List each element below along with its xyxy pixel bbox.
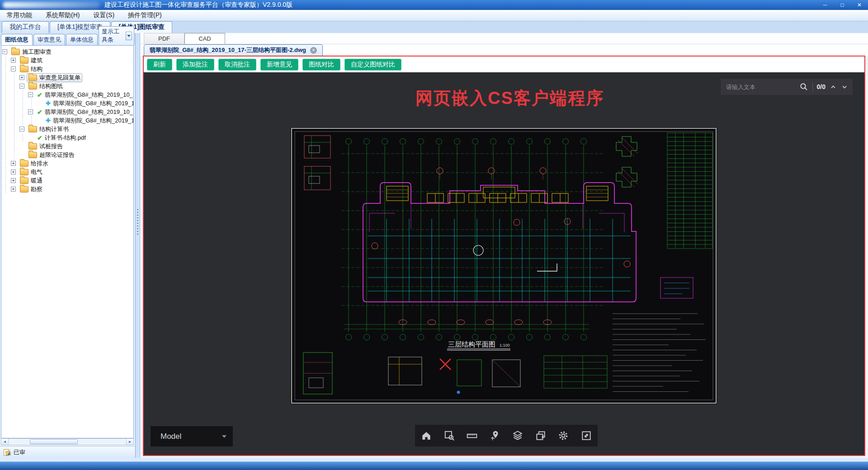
next-match-icon[interactable] xyxy=(841,84,848,90)
tree-node[interactable]: 试桩报告 xyxy=(1,142,133,150)
tree-node[interactable]: +审查意见回复单 xyxy=(1,73,133,82)
tree-guide xyxy=(10,99,19,108)
scroll-left-arrow[interactable]: ◄ xyxy=(1,439,9,445)
tree-expander[interactable]: + xyxy=(11,161,16,166)
cad-canvas[interactable]: 网页嵌入CS客户端程序 0/0 三层结构平面图1:100 xyxy=(144,72,864,455)
tree-node-content[interactable]: 试桩报告 xyxy=(27,142,65,151)
close-button[interactable]: ✕ xyxy=(851,0,868,10)
viewer-action-button[interactable]: 刷新 xyxy=(147,59,172,70)
tree-expander[interactable]: + xyxy=(11,169,16,174)
panel-splitter[interactable] xyxy=(136,33,140,458)
tree-expander[interactable]: + xyxy=(11,58,16,63)
tree-node-content[interactable]: 勘察 xyxy=(18,185,44,194)
settings-gear-button[interactable] xyxy=(556,428,571,443)
maximize-button[interactable]: □ xyxy=(834,0,851,10)
tree-node-content[interactable]: ✚翡翠湖别院_G8#_结构_2019_10_1 xyxy=(44,116,134,125)
viewer-action-button[interactable]: 添加批注 xyxy=(176,59,214,70)
viewports-button[interactable] xyxy=(533,428,548,443)
home-button[interactable] xyxy=(419,428,434,443)
tree-node-content[interactable]: 建筑 xyxy=(18,56,44,65)
model-selector[interactable]: Model xyxy=(151,426,233,446)
panel-tab[interactable]: 审查意见 xyxy=(33,34,65,45)
tree-node[interactable]: +给排水 xyxy=(1,159,133,168)
panel-tab[interactable]: 图纸信息 xyxy=(1,34,33,45)
tree-node-content[interactable]: ✔翡翠湖别院_G8#_结构_2019_10_17-三 xyxy=(35,108,134,117)
viewer-action-button[interactable]: 自定义图纸对比 xyxy=(344,59,401,70)
folder-icon xyxy=(20,66,28,72)
tree-expander[interactable]: − xyxy=(2,49,7,54)
tree-node[interactable]: −✔翡翠湖别院_G8#_结构_2019_10_17-三 xyxy=(1,90,133,99)
main-tab[interactable]: 我的工作台 xyxy=(2,21,49,33)
tree-node[interactable]: +暖通 xyxy=(1,176,133,185)
tree-node[interactable]: ✔计算书-结构.pdf xyxy=(1,133,133,142)
tree-node-content[interactable]: 暖通 xyxy=(18,176,44,185)
tree-node[interactable]: +建筑 xyxy=(1,56,133,65)
toolbar-dropdown[interactable] xyxy=(126,32,132,40)
tree-node[interactable]: −✔翡翠湖别院_G8#_结构_2019_10_17-三 xyxy=(1,108,133,116)
tree-node-content[interactable]: 施工图审查 xyxy=(9,47,53,56)
tree-node-content[interactable]: ✚翡翠湖别院_G8#_结构_2019_10_1 xyxy=(44,99,134,108)
tree-expander[interactable]: + xyxy=(11,187,16,192)
tree-label: 电气 xyxy=(31,168,42,176)
menu-item[interactable]: 设置(S) xyxy=(86,11,121,19)
format-tab-pdf[interactable]: PDF xyxy=(144,33,184,44)
scroll-right-arrow[interactable]: ► xyxy=(126,439,133,445)
tree-node-content[interactable]: ✔计算书-结构.pdf xyxy=(35,133,88,142)
tree-node-content[interactable]: 结构 xyxy=(18,65,44,74)
tree-node[interactable]: ✚翡翠湖别院_G8#_结构_2019_10_1 xyxy=(1,116,133,125)
previous-match-icon[interactable] xyxy=(830,84,837,90)
tree-expander[interactable]: − xyxy=(28,109,33,114)
tree-node[interactable]: −结构图纸 xyxy=(1,82,133,90)
tree-node-content[interactable]: 电气 xyxy=(18,168,44,177)
tree-node[interactable]: 超限论证报告 xyxy=(1,150,133,159)
viewer-action-button[interactable]: 图纸对比 xyxy=(302,59,340,70)
scrollbar-thumb[interactable] xyxy=(30,439,78,444)
tree-node[interactable]: −结构计算书 xyxy=(1,125,133,133)
menu-item[interactable]: 常用功能 xyxy=(0,11,39,19)
tree-expander[interactable]: − xyxy=(11,66,16,71)
tree-node-content[interactable]: 审查意见回复单 xyxy=(27,73,82,82)
measure-ruler-button[interactable] xyxy=(464,428,480,443)
tree-node[interactable]: +电气 xyxy=(1,168,133,176)
tree-node-content[interactable]: 给排水 xyxy=(18,159,50,168)
minimize-button[interactable]: ─ xyxy=(816,0,834,10)
menu-bar: 常用功能系统帮助(H)设置(S)插件管理(P) xyxy=(0,10,868,21)
tree-expander[interactable]: − xyxy=(19,84,24,89)
horizontal-scrollbar[interactable]: ◄ ► xyxy=(1,438,134,445)
viewer-action-button[interactable]: 新增意见 xyxy=(260,59,298,70)
zoom-window-button[interactable] xyxy=(442,428,457,443)
close-document-icon[interactable]: ✕ xyxy=(310,47,317,54)
search-input[interactable] xyxy=(725,83,795,91)
document-tab[interactable]: 翡翠湖别院_G8#_结构_2019_10_17-三层结构平面图-2.dwg ✕ xyxy=(144,44,323,56)
tree-node[interactable]: +勘察 xyxy=(1,185,133,193)
tree-expander[interactable]: − xyxy=(28,92,33,97)
tree-node[interactable]: ✚翡翠湖别院_G8#_结构_2019_10_1 xyxy=(1,99,133,108)
format-tab-cad[interactable]: CAD xyxy=(184,33,225,44)
menu-item[interactable]: 系统帮助(H) xyxy=(39,11,86,19)
tree-expander[interactable]: + xyxy=(11,178,16,183)
viewer-action-button[interactable]: 取消批注 xyxy=(218,59,256,70)
tree-node-content[interactable]: 结构计算书 xyxy=(27,125,71,134)
tree-expander[interactable]: − xyxy=(19,127,24,132)
tree-node-content[interactable]: 结构图纸 xyxy=(27,82,65,91)
status-bar: 已审 xyxy=(0,446,135,458)
tree-node[interactable]: −施工图审查 xyxy=(1,47,133,56)
search-icon[interactable] xyxy=(799,82,808,91)
tree-expander[interactable]: + xyxy=(19,75,24,80)
tree-node-content[interactable]: 超限论证报告 xyxy=(27,150,76,160)
scrollbar-track[interactable] xyxy=(9,439,126,445)
menu-item[interactable]: 插件管理(P) xyxy=(121,11,169,19)
layers-button[interactable] xyxy=(510,428,525,443)
tree-guide xyxy=(1,90,10,99)
tree-guide xyxy=(27,99,36,108)
folder-icon xyxy=(20,169,28,175)
folder-icon xyxy=(28,143,37,150)
fullscreen-button[interactable] xyxy=(579,428,594,443)
tree-node-content[interactable]: ✔翡翠湖别院_G8#_结构_2019_10_17-三 xyxy=(35,90,134,99)
tree-label: 结构计算书 xyxy=(39,125,69,133)
coordinate-pin-button[interactable] xyxy=(487,428,503,443)
tree-node[interactable]: −结构 xyxy=(1,65,133,73)
panel-tab[interactable]: 单体信息 xyxy=(66,34,98,45)
toolbar-toggle[interactable]: 显示工具条 xyxy=(99,26,134,45)
tree-label: 结构图纸 xyxy=(39,82,63,90)
